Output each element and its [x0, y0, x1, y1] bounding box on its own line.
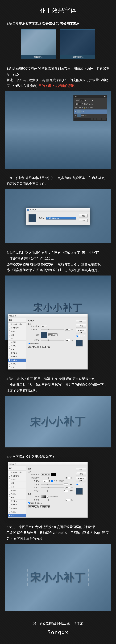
- new-layer-icon[interactable]: [102, 118, 104, 120]
- knockout-checkbox[interactable]: [28, 502, 30, 504]
- style-option[interactable]: 图案叠加: [8, 358, 26, 362]
- reset-default2-button[interactable]: 复位为默认值: [40, 506, 50, 508]
- style-option[interactable]: 等高线: [8, 478, 26, 482]
- visibility-icon[interactable]: 👁: [75, 111, 76, 112]
- layer-item-1[interactable]: 👁 图层 1: [74, 110, 107, 114]
- opacity-value[interactable]: 100%: [89, 103, 92, 105]
- adjust-icon[interactable]: [99, 118, 101, 120]
- style-option[interactable]: 投影: [8, 366, 26, 370]
- set-default-button[interactable]: 设置为默认值: [28, 346, 38, 348]
- step4c-line1: 4.为文字添加投影效果,参数如下！: [6, 455, 55, 458]
- ok2-button[interactable]: 确定: [76, 468, 86, 471]
- style-option[interactable]: 光泽: [8, 348, 26, 351]
- new-style2-button[interactable]: 新建样式(W)...: [76, 477, 86, 482]
- distance-input[interactable]: [64, 484, 68, 486]
- style-option[interactable]: 光泽: [8, 496, 26, 500]
- style-option[interactable]: 外发光: [8, 362, 26, 366]
- trash-icon[interactable]: [104, 118, 106, 120]
- lsd-title: 图层样式: [9, 315, 16, 317]
- lock-label: 锁定:: [75, 107, 78, 109]
- style-option[interactable]: 描边: [8, 485, 26, 489]
- layers-tab[interactable]: 图层: [75, 96, 78, 98]
- angle-input[interactable]: [43, 480, 48, 482]
- folder-icon[interactable]: [96, 118, 98, 120]
- link-checkbox[interactable]: [28, 342, 30, 344]
- global-light-checkbox[interactable]: [51, 480, 53, 482]
- blend2-label: 混合模式(B):: [28, 474, 40, 476]
- lock-icons[interactable]: ▣ ✎ ✥ 🔒: [78, 107, 85, 108]
- ok-button[interactable]: 确定: [79, 214, 88, 218]
- layers-panel: 图层 ▾≡ P 类型 ≡ ▣ ◯ T ▢ ▣ 正常 不透明度: 100% 锁定:…: [74, 95, 107, 121]
- spread-slider[interactable]: [40, 488, 64, 488]
- style-option[interactable]: 描边: [8, 337, 26, 340]
- preview-row[interactable]: 预览(V): [76, 335, 86, 338]
- layer-item-bg[interactable]: 👁 背景 🔒: [74, 114, 107, 118]
- filter-icons[interactable]: ▣ ◯ T ▢ ▣: [85, 100, 93, 101]
- blend-mode-select[interactable]: 正常: [75, 103, 81, 105]
- lsd-section: 图案叠加: [28, 320, 72, 322]
- size-input[interactable]: [64, 490, 68, 492]
- opacity-row: 不透明度(Y): %: [28, 328, 72, 331]
- style-option[interactable]: 颜色叠加: [8, 351, 26, 355]
- cancel-button[interactable]: 取消: [76, 324, 86, 328]
- opacity-slider[interactable]: [40, 329, 64, 330]
- style-option[interactable]: 投影: [8, 514, 26, 518]
- style-option[interactable]: 纹理: [8, 333, 26, 337]
- cancel-button[interactable]: 取消: [79, 219, 88, 222]
- style-option[interactable]: 等高线: [8, 330, 26, 333]
- new-style-button[interactable]: 新建样式(W)...: [76, 329, 86, 334]
- preview-checkbox[interactable]: [76, 336, 78, 337]
- style-option[interactable]: 渐变叠加: [8, 503, 26, 507]
- kind-select[interactable]: ≡: [80, 99, 84, 101]
- style-option[interactable]: 内阴影: [8, 340, 26, 344]
- style-option[interactable]: 内发光: [8, 344, 26, 348]
- shadow-color-swatch[interactable]: [51, 473, 56, 476]
- mask-icon[interactable]: [94, 118, 96, 120]
- step3-line2: 确定以后关闭这个窗口文件。: [6, 182, 48, 186]
- ok-button[interactable]: 确定: [76, 320, 86, 323]
- style-option[interactable]: 混合选项：默认: [8, 322, 26, 326]
- opacity2-input[interactable]: [65, 477, 70, 479]
- fill-value[interactable]: 30%: [90, 107, 93, 108]
- scale-input[interactable]: [65, 339, 70, 341]
- style-option[interactable]: 纹理: [8, 482, 26, 485]
- angle-row: 角度(A): ◐ 度 使用全局光(G): [28, 480, 72, 482]
- style-option[interactable]: 斜面和浮雕: [8, 474, 26, 478]
- size-slider[interactable]: [40, 490, 63, 491]
- noise-input[interactable]: [65, 499, 70, 501]
- knockout-row[interactable]: 图层挖空投影(U): [28, 502, 72, 504]
- blend-select[interactable]: 正常: [40, 325, 47, 328]
- link-row[interactable]: 与图层链接(K): [28, 342, 72, 344]
- snap-button[interactable]: 贴紧原点(A): [48, 334, 58, 336]
- antialias-checkbox[interactable]: [47, 496, 48, 498]
- style-option[interactable]: 颜色叠加: [8, 500, 26, 503]
- reset-default-button[interactable]: 复位为默认值: [40, 346, 50, 348]
- opacity2-slider[interactable]: [40, 478, 64, 478]
- style-option[interactable]: 外发光: [8, 510, 26, 514]
- panel-menu-icon[interactable]: ▾≡: [104, 96, 106, 98]
- preview2-row[interactable]: 预览(V): [76, 483, 86, 486]
- distance-slider[interactable]: [40, 484, 63, 485]
- sample-images: 背景素材.jpg 预设图案素材.jpg: [5, 29, 111, 59]
- style-option[interactable]: 斜面和浮雕: [8, 326, 26, 330]
- noise-slider[interactable]: [40, 500, 64, 500]
- fx-icon[interactable]: [92, 118, 94, 120]
- preview2-checkbox[interactable]: [76, 484, 78, 485]
- angle-dial[interactable]: ◐: [40, 480, 42, 482]
- set-default2-button[interactable]: 设置为默认值: [28, 506, 38, 508]
- name-input[interactable]: [46, 217, 76, 220]
- blend2-select[interactable]: 正片叠底: [40, 473, 50, 476]
- style-option[interactable]: 内阴影: [8, 489, 26, 492]
- scale-slider[interactable]: [40, 340, 64, 340]
- visibility-icon[interactable]: 👁: [75, 115, 76, 116]
- contour-swatch[interactable]: [40, 495, 46, 498]
- spread-input[interactable]: [65, 486, 70, 489]
- style-option[interactable]: 内发光: [8, 492, 26, 496]
- blend-label: 混合模式(B):: [28, 325, 40, 328]
- opacity-input[interactable]: [65, 328, 70, 331]
- cancel2-button[interactable]: 取消: [76, 472, 86, 476]
- pattern-swatch[interactable]: [40, 332, 47, 338]
- style-option[interactable]: 渐变叠加: [8, 355, 26, 358]
- style-option[interactable]: 混合选项：默认: [8, 471, 26, 474]
- style-option[interactable]: 图案叠加: [8, 507, 26, 510]
